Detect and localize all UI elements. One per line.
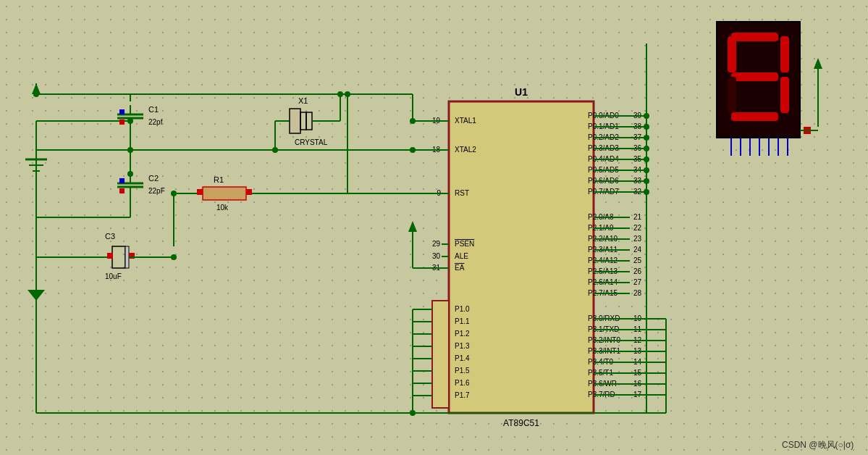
vcc-arrow-right — [814, 58, 822, 69]
pin21-num-right: 21 — [633, 213, 642, 221]
x1-label: X1 — [298, 96, 308, 105]
pin-p11-label: P1.1 — [455, 317, 470, 325]
pin-p15-label: P1.5 — [455, 367, 470, 375]
pin-p12-label: P1.2 — [455, 330, 470, 338]
junction-dot — [644, 113, 649, 119]
pin24-num-right: 24 — [633, 246, 642, 254]
pin-psen-label: PSEN — [455, 240, 474, 248]
junction-rst-vcc — [345, 91, 350, 97]
junction-dot — [644, 189, 649, 195]
r1-label: R1 — [214, 175, 224, 184]
junction-dot — [644, 146, 649, 151]
c2-value: 22pF — [148, 187, 165, 195]
pin-p13-label: P1.3 — [455, 342, 470, 350]
pin-p14-label: P1.4 — [455, 354, 470, 362]
pin-p17-label: P1.7 — [455, 391, 470, 399]
seg-top-right — [780, 36, 789, 72]
pin-xtal1-label: XTAL1 — [455, 117, 476, 125]
crystal-body — [290, 109, 300, 133]
c1-dot2 — [119, 120, 125, 125]
c3-body-left — [112, 246, 125, 268]
junction-vcc-top — [33, 91, 39, 97]
svg-rect-16 — [432, 301, 449, 408]
r1-dot1 — [197, 189, 203, 195]
pin-ale-label: ALE — [455, 252, 468, 260]
junction-dot — [644, 156, 649, 162]
r1-value: 10k — [216, 204, 229, 212]
junction-xtal1-left — [410, 118, 416, 124]
junction-p1-bottom — [410, 410, 416, 416]
seg-bottom-left — [728, 77, 736, 113]
x1-value: CRYSTAL — [295, 138, 328, 146]
c2-dot1 — [119, 178, 125, 183]
seg-top-left — [728, 36, 736, 72]
r1-dot2 — [246, 189, 252, 195]
junction-c2-top — [127, 171, 133, 177]
ic-u1-label: U1 — [515, 86, 528, 98]
c2-dot2 — [119, 188, 125, 193]
pin-p10-label: P1.0 — [455, 305, 470, 313]
c2-label: C2 — [148, 174, 159, 183]
junction-dot — [644, 135, 649, 141]
pin23-num-right: 23 — [633, 235, 642, 243]
crystal-plate1 — [300, 112, 306, 130]
pin29-num: 29 — [432, 240, 441, 248]
junction-crystal-xtal2 — [272, 147, 278, 153]
junction-xtal1-right — [337, 91, 343, 97]
ic-part-label: AT89C51 — [503, 418, 539, 428]
junction-rst-bottom — [171, 191, 177, 196]
watermark-text: CSDN @晚风(○|σ) — [782, 440, 854, 450]
seg-bottom-right — [780, 77, 789, 113]
pin30-num: 30 — [432, 252, 441, 260]
c3-value: 10uF — [105, 272, 122, 280]
junction-dot — [644, 124, 649, 130]
pin-p16-label: P1.6 — [455, 379, 470, 387]
seg-middle — [731, 72, 778, 81]
junction-xtal2-left — [410, 147, 416, 153]
junction-dot — [644, 167, 649, 173]
junction-c1 — [127, 118, 133, 124]
c1-dot1 — [119, 109, 125, 114]
pin28-num-right: 28 — [633, 289, 642, 297]
pin-xtal2-label: XTAL2 — [455, 146, 476, 154]
junction-c3-rst — [171, 254, 177, 260]
c1-label: C1 — [148, 105, 159, 114]
junction-dot — [644, 178, 649, 184]
r1-body — [203, 187, 246, 200]
pin27-num-right: 27 — [633, 278, 642, 286]
c1-value: 22pf — [148, 118, 163, 126]
pin25-num-right: 25 — [633, 256, 642, 264]
pin22-num-right: 22 — [633, 224, 642, 232]
crystal-plate2 — [306, 112, 312, 130]
pin-ea-label: EA — [455, 264, 465, 272]
pin-rst-label: RST — [455, 189, 469, 197]
c3-body-right — [125, 246, 129, 268]
vcc-ea-arrow — [408, 221, 417, 232]
c3-dot1 — [107, 253, 113, 259]
seg-bottom — [731, 112, 778, 121]
seg-top — [731, 33, 778, 41]
c3-label: C3 — [105, 232, 115, 241]
pin26-num-right: 26 — [633, 267, 642, 275]
junction-xtal2 — [127, 147, 133, 153]
